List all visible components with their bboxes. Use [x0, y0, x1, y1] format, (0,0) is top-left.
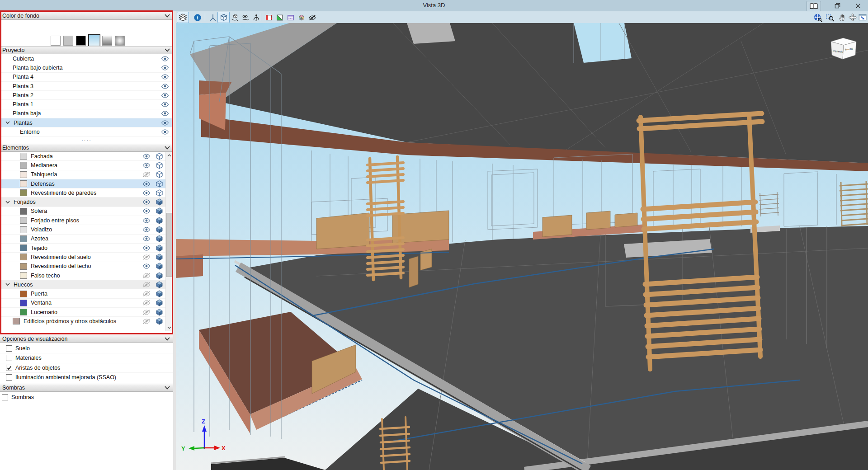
eye-visible-icon[interactable]: [142, 199, 151, 205]
cube-solid-icon[interactable]: [156, 318, 163, 325]
elementos-row[interactable]: Forjados: [0, 197, 165, 207]
eye-hidden-icon[interactable]: [142, 291, 151, 296]
option-row[interactable]: Aristas de objetos: [0, 363, 173, 373]
elementos-row[interactable]: Revestimiento del suelo: [0, 253, 165, 262]
toolbar-button-section-planes-icon[interactable]: [263, 12, 275, 23]
cube-solid-icon[interactable]: [156, 281, 163, 288]
background-swatch-black[interactable]: [76, 36, 86, 46]
toolbar-button-info-icon[interactable]: i: [191, 12, 203, 23]
eye-visible-icon[interactable]: [161, 65, 169, 70]
color-swatch[interactable]: [20, 309, 27, 315]
elementos-row[interactable]: Lucernario: [0, 308, 165, 317]
expander-chevron-icon[interactable]: [5, 121, 12, 124]
color-swatch[interactable]: [20, 162, 27, 169]
proyecto-row[interactable]: Planta 2: [0, 91, 172, 100]
eye-visible-icon[interactable]: [161, 56, 169, 61]
color-swatch[interactable]: [20, 244, 27, 251]
toolbar-button-previous-view-icon[interactable]: [856, 12, 868, 23]
eye-visible-icon[interactable]: [161, 111, 169, 116]
toolbar-button-layer-cube-icon[interactable]: [295, 12, 307, 23]
background-swatch-radial-gray[interactable]: [115, 36, 125, 46]
elementos-row[interactable]: Puerta: [0, 289, 165, 298]
color-swatch[interactable]: [20, 180, 27, 187]
proyecto-row[interactable]: Planta 3: [0, 82, 172, 91]
background-swatch-gray-gradient[interactable]: [102, 36, 112, 46]
eye-visible-icon[interactable]: [142, 163, 151, 168]
cube-outline-icon[interactable]: [156, 171, 163, 178]
section-header-color-de-fondo[interactable]: Color de fondo: [0, 12, 173, 20]
elementos-row[interactable]: Ventana: [0, 299, 165, 308]
elementos-row[interactable]: Medianera: [0, 161, 165, 170]
cube-solid-icon[interactable]: [156, 263, 163, 270]
background-swatch-light-gray[interactable]: [63, 36, 73, 46]
eye-visible-icon[interactable]: [161, 93, 169, 98]
checkbox-unchecked[interactable]: [2, 394, 8, 400]
elementos-row[interactable]: Voladizo: [0, 225, 165, 234]
cube-solid-icon[interactable]: [156, 198, 163, 206]
elementos-row[interactable]: Huecos: [0, 280, 165, 289]
color-swatch[interactable]: [20, 189, 27, 196]
cube-solid-icon[interactable]: [156, 207, 163, 215]
color-swatch[interactable]: [20, 217, 27, 224]
checkbox-checked[interactable]: [6, 365, 12, 371]
restore-window-icon[interactable]: [831, 1, 844, 10]
eye-visible-icon[interactable]: [142, 190, 151, 196]
section-header-proyecto[interactable]: Proyecto: [0, 46, 173, 54]
eye-visible-icon[interactable]: [142, 208, 151, 214]
color-swatch[interactable]: [20, 254, 27, 260]
eye-visible-icon[interactable]: [142, 227, 151, 232]
eye-visible-icon[interactable]: [161, 102, 169, 107]
eye-hidden-icon[interactable]: [142, 273, 151, 278]
eye-hidden-icon[interactable]: [142, 254, 151, 260]
expander-chevron-icon[interactable]: [5, 283, 12, 286]
splitter-handle[interactable]: ····: [0, 331, 173, 335]
elementos-row[interactable]: Falso techo: [0, 271, 165, 280]
elementos-row[interactable]: Revestimiento de paredes: [0, 188, 165, 197]
cube-solid-icon[interactable]: [156, 254, 163, 261]
cube-outline-icon[interactable]: [156, 180, 163, 188]
color-swatch[interactable]: [20, 272, 27, 279]
eye-visible-icon[interactable]: [161, 129, 169, 135]
eye-visible-icon[interactable]: [161, 84, 169, 89]
elementos-row[interactable]: Azotea: [0, 235, 165, 244]
toolbar-button-axes-tripod-icon[interactable]: [207, 12, 219, 23]
close-window-icon[interactable]: [852, 1, 864, 10]
eye-hidden-icon[interactable]: [142, 319, 151, 324]
proyecto-row[interactable]: Planta baja: [0, 109, 172, 118]
toolbar-button-hide-elements-icon[interactable]: [306, 12, 318, 23]
eye-visible-icon[interactable]: [142, 218, 151, 223]
cube-outline-icon[interactable]: [156, 162, 163, 169]
color-swatch[interactable]: [20, 263, 27, 270]
color-swatch[interactable]: [20, 153, 27, 160]
elementos-row[interactable]: Edificios próximos y otros obstáculos: [0, 317, 165, 326]
section-header-elementos[interactable]: Elementos: [0, 144, 173, 152]
cube-solid-icon[interactable]: [156, 244, 163, 252]
cube-solid-icon[interactable]: [156, 309, 163, 316]
toolbar-button-zoom-window-icon[interactable]: [824, 12, 836, 23]
background-swatch-sky-gradient[interactable]: [89, 35, 100, 46]
eye-hidden-icon[interactable]: [142, 300, 151, 306]
section-header-opciones[interactable]: Opciones de visualización: [0, 335, 173, 343]
toolbar-button-view-layers-icon[interactable]: [177, 12, 189, 23]
view-cube[interactable]: izquierdo Frontal: [831, 38, 856, 59]
option-row[interactable]: Materiales: [0, 353, 173, 363]
cube-outline-icon[interactable]: [156, 189, 163, 197]
color-swatch[interactable]: [20, 171, 27, 178]
background-swatch-white[interactable]: [51, 36, 61, 46]
cube-outline-icon[interactable]: [156, 153, 163, 160]
checkbox-unchecked[interactable]: [6, 374, 12, 381]
option-row[interactable]: Iluminación ambiental mejorada (SSAO): [0, 373, 173, 381]
eye-visible-icon[interactable]: [142, 181, 151, 187]
viewport-3d[interactable]: izquierdo Frontal Z X Y: [176, 23, 868, 470]
checkbox-unchecked[interactable]: [6, 355, 12, 361]
cube-solid-icon[interactable]: [156, 217, 163, 224]
toolbar-button-shaded-view-icon[interactable]: [217, 12, 230, 23]
eye-visible-icon[interactable]: [161, 74, 169, 80]
toolbar-button-first-person-icon[interactable]: [250, 12, 262, 23]
eye-visible-icon[interactable]: [142, 245, 151, 251]
toolbar-button-viewport-frame-icon[interactable]: [284, 12, 297, 23]
eye-hidden-icon[interactable]: [142, 282, 151, 287]
cube-solid-icon[interactable]: [156, 290, 163, 297]
elementos-row[interactable]: Defensas: [0, 179, 165, 188]
elementos-row[interactable]: Revestimiento del techo: [0, 262, 165, 271]
